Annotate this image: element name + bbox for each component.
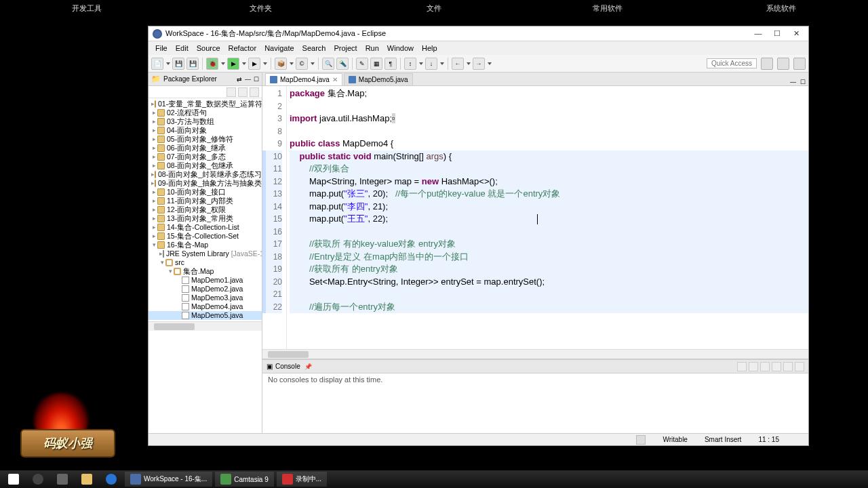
tree-item[interactable]: ▸11-面向对象_内部类: [149, 197, 262, 205]
menu-run[interactable]: Run: [361, 43, 383, 54]
menu-window[interactable]: Window: [383, 43, 418, 54]
save-all-button[interactable]: 💾: [186, 58, 199, 70]
menu-refactor[interactable]: Refactor: [224, 43, 261, 54]
start-button[interactable]: [3, 472, 24, 487]
editor-tab[interactable]: MapDemo5.java: [344, 73, 413, 85]
tree-item[interactable]: ▸07-面向对象_多态: [149, 152, 262, 161]
tree-item[interactable]: ▸02-流程语句: [149, 108, 262, 117]
quick-access[interactable]: Quick Access: [707, 58, 757, 68]
desktop-cat[interactable]: 常用软件: [521, 3, 694, 14]
tree-item[interactable]: ▸06-面向对象_继承: [149, 144, 262, 152]
desktop-cat[interactable]: 开发工具: [0, 3, 174, 14]
forward-button[interactable]: →: [473, 58, 485, 70]
back-button[interactable]: ←: [452, 58, 464, 70]
pinned-explorer[interactable]: [76, 472, 98, 487]
tree-item[interactable]: ▸09-面向对象_抽象方法与抽象类: [149, 179, 262, 188]
open-type-button[interactable]: 🔍: [322, 58, 334, 70]
tree-item[interactable]: ▸14-集合-Collection-List: [149, 223, 262, 232]
debug-button[interactable]: 🐞: [206, 58, 218, 70]
tree-item[interactable]: ▸08-面向对象_封装继承多态练习: [149, 170, 262, 179]
tree-item[interactable]: MapDemo4.java: [149, 302, 262, 311]
menu-source[interactable]: Source: [193, 43, 224, 54]
tree-item[interactable]: MapDemo1.java: [149, 276, 262, 285]
tree-item[interactable]: MapDemo3.java: [149, 293, 262, 302]
tab-close-icon[interactable]: ✕: [332, 76, 338, 83]
editor-tab-active[interactable]: MapDemo4.java ✕: [265, 73, 342, 85]
taskbar-camtasia[interactable]: Camtasia 9: [215, 472, 274, 487]
collapse-all-button[interactable]: [226, 87, 236, 97]
tree-item[interactable]: ▸04-面向对象: [149, 126, 262, 135]
project-tree[interactable]: ▸01-变量_常量_数据类型_运算符▸02-流程语句▸03-方法与数组▸04-面…: [149, 98, 262, 321]
desktop-cat[interactable]: 文件: [347, 3, 521, 14]
tree-item[interactable]: ▸13-面向对象_常用类: [149, 214, 262, 223]
console-max-button[interactable]: [795, 362, 804, 371]
toggle-mark-button[interactable]: ✎: [356, 58, 368, 70]
tree-item[interactable]: MapDemo2.java: [149, 285, 262, 293]
minimize-button[interactable]: —: [749, 28, 768, 39]
tree-item[interactable]: ▸01-变量_常量_数据类型_运算符: [149, 100, 262, 108]
desktop-cat[interactable]: 文件夹: [174, 3, 347, 14]
console-min-button[interactable]: [783, 362, 793, 371]
menu-file[interactable]: File: [151, 43, 172, 54]
editor-minimize-icon[interactable]: —: [790, 79, 796, 85]
new-package-button[interactable]: 📦: [275, 58, 287, 70]
console-clear-button[interactable]: [737, 362, 747, 371]
view-maximize-icon[interactable]: ☐: [254, 76, 259, 83]
new-class-button[interactable]: ©: [296, 58, 308, 70]
search-button[interactable]: 🔦: [336, 58, 349, 70]
tree-item[interactable]: ▸15-集合-Collection-Set: [149, 232, 262, 241]
run-button[interactable]: ▶: [227, 58, 239, 70]
code-area[interactable]: package 集合.Map; import java.util.HashMap…: [287, 86, 808, 349]
link-with-editor-icon[interactable]: ⇄: [237, 76, 242, 83]
next-annotation-button[interactable]: ↓: [425, 58, 437, 70]
show-whitespace-button[interactable]: ¶: [384, 58, 397, 70]
menu-navigate[interactable]: Navigate: [260, 43, 298, 54]
view-menu-button[interactable]: [250, 87, 259, 97]
explorer-hscrollbar[interactable]: [149, 321, 262, 331]
titlebar[interactable]: WorkSpace - 16-集合-Map/src/集合/Map/MapDemo…: [149, 26, 808, 41]
console-scroll-lock-button[interactable]: [749, 362, 758, 371]
editor-maximize-icon[interactable]: ☐: [800, 79, 806, 85]
maximize-button[interactable]: ☐: [768, 28, 787, 39]
menu-project[interactable]: Project: [330, 43, 361, 54]
tree-item[interactable]: ▾集合.Map: [149, 267, 262, 276]
status-icon[interactable]: [636, 435, 646, 445]
pin-console-icon[interactable]: 📌: [304, 363, 312, 370]
close-button[interactable]: ✕: [787, 28, 806, 39]
tree-item[interactable]: ▸12-面向对象_权限: [149, 205, 262, 214]
line-number-gutter[interactable]: 1238910111213141516171819202122: [262, 86, 287, 349]
editor-hscrollbar[interactable]: [262, 349, 808, 359]
tree-item[interactable]: ▾src: [149, 258, 262, 267]
perspective-debug-button[interactable]: [793, 58, 806, 70]
new-button[interactable]: 📄: [151, 58, 163, 70]
task-view-icon[interactable]: [52, 472, 73, 487]
tree-item[interactable]: ▸08-面向对象_包继承: [149, 161, 262, 170]
tree-item[interactable]: ▾16-集合-Map: [149, 241, 262, 249]
cortana-icon[interactable]: [27, 472, 49, 487]
tree-item[interactable]: MapDemo5.java: [149, 311, 262, 320]
perspective-java-button[interactable]: [777, 58, 789, 70]
link-editor-button[interactable]: [238, 87, 248, 97]
taskbar-eclipse[interactable]: WorkSpace - 16-集...: [125, 472, 212, 487]
save-button[interactable]: 💾: [172, 58, 184, 70]
code-editor[interactable]: 1238910111213141516171819202122 package …: [262, 86, 808, 349]
menu-help[interactable]: Help: [418, 43, 441, 54]
tree-item[interactable]: ▸10-面向对象_接口: [149, 188, 262, 197]
block-select-button[interactable]: ▦: [370, 58, 382, 70]
taskbar-recording[interactable]: 录制中...: [277, 472, 327, 487]
desktop-cat[interactable]: 系统软件: [694, 3, 868, 14]
console-body: No consoles to display at this time.: [262, 373, 808, 386]
tab-label: MapDemo5.java: [359, 76, 408, 83]
tree-item[interactable]: ▸05-面向对象_修饰符: [149, 135, 262, 144]
annotation-nav-button[interactable]: ↕: [404, 58, 416, 70]
tree-item[interactable]: ▸03-方法与数组: [149, 117, 262, 126]
run-last-button[interactable]: ▶: [248, 58, 260, 70]
view-minimize-icon[interactable]: —: [245, 76, 251, 83]
console-display-button[interactable]: [760, 362, 770, 371]
console-open-button[interactable]: [772, 362, 781, 371]
menu-edit[interactable]: Edit: [172, 43, 193, 54]
pinned-browser[interactable]: [100, 472, 122, 487]
tree-item[interactable]: ▸JRE System Library [JavaSE-1.8]: [149, 249, 262, 258]
perspective-open-button[interactable]: [761, 58, 773, 70]
menu-search[interactable]: Search: [298, 43, 330, 54]
